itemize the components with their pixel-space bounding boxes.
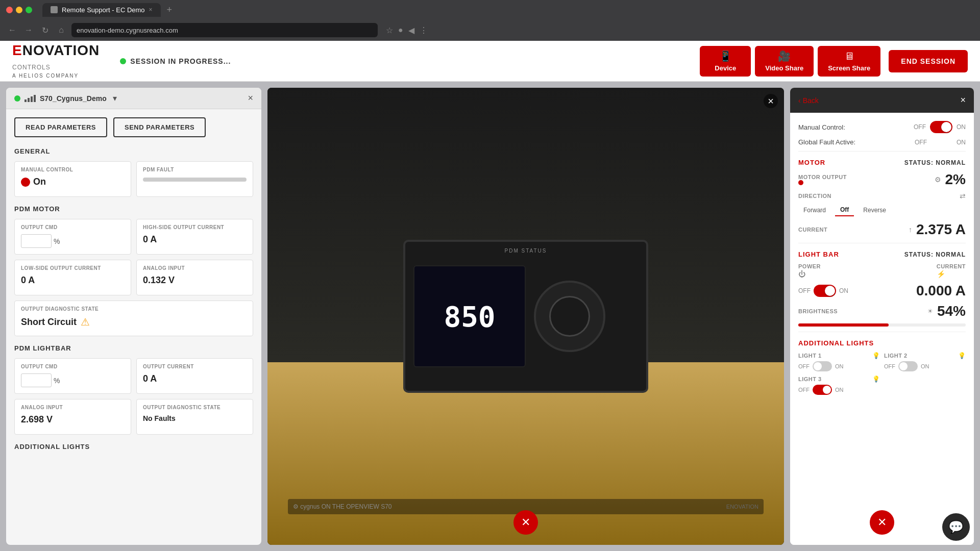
video-close-btn[interactable]: ✕ (513, 510, 538, 535)
right-panel-close-btn[interactable]: ✕ (870, 510, 894, 535)
tab-title: Remote Support - EC Demo (62, 6, 145, 14)
output-cmd-input[interactable]: 10 (21, 234, 52, 248)
bookmark-icon[interactable]: ☆ (386, 26, 393, 35)
device-dial (534, 281, 605, 352)
lb-output-cmd-box: OUTPUT CMD 0 % (14, 358, 131, 394)
general-section-title: GENERAL (14, 147, 253, 155)
device-button[interactable]: 📱 Device (700, 46, 751, 77)
light2-toggle[interactable] (898, 361, 918, 371)
header-actions: 📱 Device 🎥 Video Share 🖥 Screen Share EN… (700, 46, 968, 77)
output-cmd-unit: % (54, 237, 60, 245)
pdm-lightbar-fields: OUTPUT CMD 0 % OUTPUT CURRENT 0 A ANALOG… (14, 358, 253, 435)
current2-label-group: CURRENT ⚡ (937, 263, 966, 279)
device-dropdown[interactable]: ▾ (113, 93, 117, 103)
motor-dot (798, 180, 803, 185)
high-side-label: HIGH-SIDE OUTPUT CURRENT (143, 224, 247, 230)
current-value-group: ↑ 2.375 A (909, 221, 966, 238)
manual-control-toggle[interactable] (930, 121, 952, 133)
logo-text: ENOVATION CONTROLS (12, 43, 100, 72)
manual-control-row-label: Manual Control: (798, 123, 914, 131)
direction-forward-btn[interactable]: Forward (798, 205, 831, 216)
brightness-label: BRIGHTNESS (798, 308, 838, 314)
logo-sub: A HELIOS COMPANY (12, 73, 100, 79)
warning-icon: ⚠ (81, 316, 90, 328)
video-share-button[interactable]: 🎥 Video Share (755, 46, 814, 77)
global-fault-on-text: ON (957, 139, 966, 146)
output-diag-row: Short Circuit ⚠ (21, 316, 247, 328)
chat-button[interactable]: 💬 (942, 513, 970, 541)
forward-nav-btn[interactable]: → (22, 24, 35, 36)
direction-reverse-btn[interactable]: Reverse (858, 205, 891, 216)
back-label: Back (803, 96, 819, 105)
analog-input-value: 0.132 V (143, 275, 247, 286)
pdm-status-label: PDM STATUS (505, 248, 547, 254)
additional-lights-title: ADDITIONAL LIGHTS (14, 443, 253, 450)
signal-bars (24, 95, 36, 102)
left-panel-close[interactable]: × (248, 93, 253, 104)
power-toggle-knob (825, 286, 835, 296)
browser-tab[interactable]: Remote Support - EC Demo × (42, 3, 161, 17)
current2-icon: ⚡ (937, 270, 945, 278)
minimize-traffic-light[interactable] (16, 7, 22, 13)
signal-bar-2 (28, 98, 30, 102)
light1-header: LIGHT 1 💡 (798, 352, 880, 359)
low-side-label: LOW-SIDE OUTPUT CURRENT (21, 265, 125, 271)
new-tab-btn[interactable]: + (167, 5, 173, 15)
light1-toggle[interactable] (813, 361, 832, 371)
direction-arrows-icon: ⇄ (960, 192, 966, 200)
device-screen: 850 (413, 265, 526, 367)
current-value: 2.375 A (916, 221, 966, 238)
read-parameters-btn[interactable]: READ PARAMETERS (14, 117, 107, 137)
analog-input-label: ANALOG INPUT (143, 265, 247, 271)
lb-output-cmd-label: OUTPUT CMD (21, 364, 125, 369)
device-brand-enovation: ENOVATION (726, 504, 758, 510)
current-row: CURRENT ↑ 2.375 A (798, 221, 966, 238)
close-traffic-light[interactable] (6, 7, 13, 13)
high-side-box: HIGH-SIDE OUTPUT CURRENT 0 A (136, 219, 253, 255)
motor-output-label-group: MOTOR OUTPUT (798, 174, 847, 185)
end-session-button[interactable]: END SESSION (889, 50, 968, 72)
traffic-lights (6, 7, 32, 13)
reload-btn[interactable]: ↻ (39, 24, 51, 36)
right-panel-header: ‹ Back × (790, 88, 974, 113)
power-current-header-row: POWER ⏻ CURRENT ⚡ (798, 263, 966, 279)
send-parameters-btn[interactable]: SEND PARAMETERS (113, 117, 206, 137)
lb-analog-input-box: ANALOG INPUT 2.698 V (14, 399, 131, 435)
center-panel-close[interactable]: × (764, 94, 778, 108)
high-side-value: 0 A (143, 234, 247, 245)
brightness-value-group: ☀ 54% (927, 303, 966, 319)
lb-output-diag-value: No Faults (143, 414, 247, 422)
back-button[interactable]: ‹ Back (798, 96, 819, 105)
power-toggle[interactable] (814, 285, 836, 297)
light2-label: LIGHT 2 (884, 353, 908, 359)
output-cmd-row: 10 % (21, 234, 125, 248)
tab-close-btn[interactable]: × (149, 6, 153, 13)
maximize-traffic-light[interactable] (26, 7, 32, 13)
light3-toggle[interactable] (813, 385, 832, 395)
right-panel-close[interactable]: × (960, 95, 966, 106)
lb-output-diag-box: OUTPUT DIAGNOSTIC STATE No Faults (136, 399, 253, 435)
address-bar[interactable]: enovation-demo.cygnusreach.com (71, 23, 378, 37)
light-bar-section-header: LIGHT BAR STATUS: NORMAL (798, 251, 966, 258)
lb-output-cmd-input[interactable]: 0 (21, 373, 52, 387)
settings-icon[interactable]: ⋮ (420, 26, 428, 35)
back-nav-btn[interactable]: ← (6, 24, 18, 36)
panel-actions: READ PARAMETERS SEND PARAMETERS (14, 117, 253, 137)
current-up-icon: ↑ (909, 226, 912, 234)
left-panel-header: S70_Cygnus_Demo ▾ × (6, 88, 261, 109)
home-btn[interactable]: ⌂ (55, 24, 67, 36)
brightness-bar[interactable] (798, 323, 966, 327)
extension-icon[interactable]: ◀ (408, 26, 414, 35)
header-bar: ENOVATION CONTROLS A HELIOS COMPANY SESS… (0, 41, 980, 82)
logo-controls: CONTROLS (12, 64, 51, 71)
device-indicator (14, 95, 20, 102)
screen-share-button[interactable]: 🖥 Screen Share (818, 46, 880, 77)
profile-icon[interactable]: ● (398, 26, 403, 35)
status-dot (120, 58, 126, 64)
manual-control-label: MANUAL CONTROL (21, 167, 125, 172)
output-diag-label: OUTPUT DIAGNOSTIC STATE (21, 306, 247, 312)
light3-off-text: OFF (798, 387, 810, 393)
power-label: POWER (798, 263, 821, 269)
direction-off-btn[interactable]: Off (835, 204, 854, 216)
device-brand: ⚙ cygnus ON THE OPENVIEW S70 (293, 503, 392, 510)
